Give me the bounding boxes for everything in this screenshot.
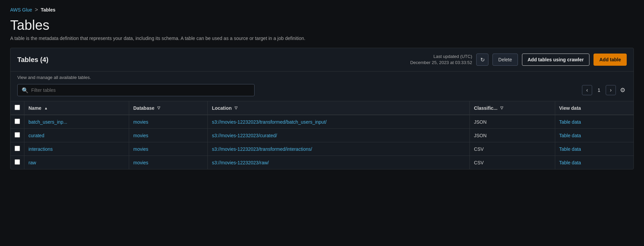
last-updated-label: Last updated (UTC): [410, 54, 472, 60]
breadcrumb-current: Tables: [41, 7, 55, 13]
page-description: A table is the metadata definition that …: [10, 36, 634, 41]
th-location[interactable]: Location ▽: [208, 101, 470, 115]
row-viewdata-link-3[interactable]: Table data: [559, 160, 581, 165]
name-sort: Name ▲: [28, 105, 125, 111]
search-box[interactable]: 🔍: [17, 84, 255, 96]
pagination-controls: ‹ 1 › ⚙: [582, 85, 627, 95]
row-checkbox-3[interactable]: [15, 159, 20, 165]
th-select-all: [11, 101, 24, 115]
row-checkbox-cell: [11, 115, 24, 129]
row-viewdata-3: Table data: [555, 156, 633, 169]
tables-table: Name ▲ Database ▽ Locati: [11, 101, 633, 169]
row-viewdata-link-0[interactable]: Table data: [559, 119, 581, 125]
table-row: raw movies s3://movies-12232023/raw/ CSV…: [11, 156, 633, 169]
settings-button[interactable]: ⚙: [619, 85, 627, 95]
row-database-0: movies: [129, 115, 208, 129]
row-database-3: movies: [129, 156, 208, 169]
breadcrumb-parent-link[interactable]: AWS Glue: [10, 7, 32, 13]
location-sort: Location ▽: [212, 105, 465, 111]
panel-subheader: View and manage all available tables. 🔍 …: [11, 71, 633, 101]
row-viewdata-link-1[interactable]: Table data: [559, 133, 581, 138]
row-name-link-1[interactable]: curated: [28, 133, 44, 138]
th-database[interactable]: Database ▽: [129, 101, 208, 115]
breadcrumb-separator: >: [35, 7, 38, 13]
refresh-button[interactable]: ↻: [476, 54, 488, 66]
location-col-label: Location: [212, 105, 232, 111]
row-location-link-2[interactable]: s3://movies-12232023/transformed/interac…: [212, 146, 312, 152]
th-classification[interactable]: Classific... ▽: [470, 101, 555, 115]
classification-sort-icon: ▽: [500, 106, 503, 110]
row-location-2: s3://movies-12232023/transformed/interac…: [208, 142, 470, 156]
row-name-1: curated: [24, 129, 129, 142]
th-viewdata: View data: [555, 101, 633, 115]
row-viewdata-link-2[interactable]: Table data: [559, 146, 581, 152]
row-database-1: movies: [129, 129, 208, 142]
row-location-link-1[interactable]: s3://movies-12232023/curated/: [212, 133, 277, 138]
row-checkbox-cell: [11, 142, 24, 156]
table-container: Name ▲ Database ▽ Locati: [11, 101, 633, 169]
database-sort-icon: ▽: [157, 106, 160, 110]
row-location-link-3[interactable]: s3://movies-12232023/raw/: [212, 160, 269, 165]
name-col-label: Name: [28, 105, 41, 111]
search-input[interactable]: [31, 87, 250, 93]
last-updated-block: Last updated (UTC) December 25, 2023 at …: [410, 54, 472, 66]
th-name[interactable]: Name ▲: [24, 101, 129, 115]
breadcrumb: AWS Glue > Tables: [10, 7, 634, 13]
row-checkbox-cell: [11, 156, 24, 169]
next-page-button[interactable]: ›: [606, 85, 616, 95]
row-classification-3: CSV: [470, 156, 555, 169]
row-checkbox-2[interactable]: [15, 146, 20, 151]
row-database-link-3[interactable]: movies: [133, 160, 148, 165]
row-name-0: batch_users_inp...: [24, 115, 129, 129]
panel-subtitle: View and manage all available tables.: [17, 75, 627, 80]
panel-title: Tables (4): [17, 56, 48, 64]
row-name-link-0[interactable]: batch_users_inp...: [28, 119, 67, 125]
table-row: interactions movies s3://movies-12232023…: [11, 142, 633, 156]
row-location-0: s3://movies-12232023/transformed/batch_u…: [208, 115, 470, 129]
table-head: Name ▲ Database ▽ Locati: [11, 101, 633, 115]
row-location-link-0[interactable]: s3://movies-12232023/transformed/batch_u…: [212, 119, 327, 125]
last-updated-value: December 25, 2023 at 03:33:52: [410, 60, 472, 66]
row-name-2: interactions: [24, 142, 129, 156]
add-table-button[interactable]: Add table: [593, 54, 627, 66]
select-all-checkbox[interactable]: [15, 105, 20, 110]
add-tables-crawler-button[interactable]: Add tables using crawler: [522, 54, 590, 66]
row-viewdata-0: Table data: [555, 115, 633, 129]
panel-actions: Last updated (UTC) December 25, 2023 at …: [410, 54, 627, 66]
location-sort-icon: ▽: [235, 106, 237, 110]
delete-button[interactable]: Delete: [492, 54, 518, 66]
database-col-label: Database: [133, 105, 154, 111]
row-name-3: raw: [24, 156, 129, 169]
row-name-link-2[interactable]: interactions: [28, 146, 53, 152]
classification-col-label: Classific...: [474, 105, 497, 111]
refresh-icon: ↻: [480, 57, 485, 63]
table-body: batch_users_inp... movies s3://movies-12…: [11, 115, 633, 169]
row-checkbox-0[interactable]: [15, 119, 20, 124]
table-header-row: Name ▲ Database ▽ Locati: [11, 101, 633, 115]
tables-panel: Tables (4) Last updated (UTC) December 2…: [10, 48, 634, 169]
viewdata-col-label: View data: [559, 105, 581, 111]
panel-header: Tables (4) Last updated (UTC) December 2…: [11, 48, 633, 71]
page-title: Tables: [10, 18, 634, 33]
row-database-link-0[interactable]: movies: [133, 119, 148, 125]
search-row: 🔍 ‹ 1 › ⚙: [17, 84, 627, 96]
row-viewdata-1: Table data: [555, 129, 633, 142]
search-icon: 🔍: [22, 87, 28, 94]
row-location-1: s3://movies-12232023/curated/: [208, 129, 470, 142]
row-location-3: s3://movies-12232023/raw/: [208, 156, 470, 169]
row-database-link-1[interactable]: movies: [133, 133, 148, 138]
page-number: 1: [595, 87, 603, 93]
row-classification-2: CSV: [470, 142, 555, 156]
row-database-2: movies: [129, 142, 208, 156]
table-row: curated movies s3://movies-12232023/cura…: [11, 129, 633, 142]
row-checkbox-1[interactable]: [15, 132, 20, 138]
classification-sort: Classific... ▽: [474, 105, 550, 111]
name-sort-icon: ▲: [44, 106, 48, 110]
row-name-link-3[interactable]: raw: [28, 160, 36, 165]
row-checkbox-cell: [11, 129, 24, 142]
row-classification-0: JSON: [470, 115, 555, 129]
row-classification-1: JSON: [470, 129, 555, 142]
row-viewdata-2: Table data: [555, 142, 633, 156]
prev-page-button[interactable]: ‹: [582, 85, 592, 95]
row-database-link-2[interactable]: movies: [133, 146, 148, 152]
